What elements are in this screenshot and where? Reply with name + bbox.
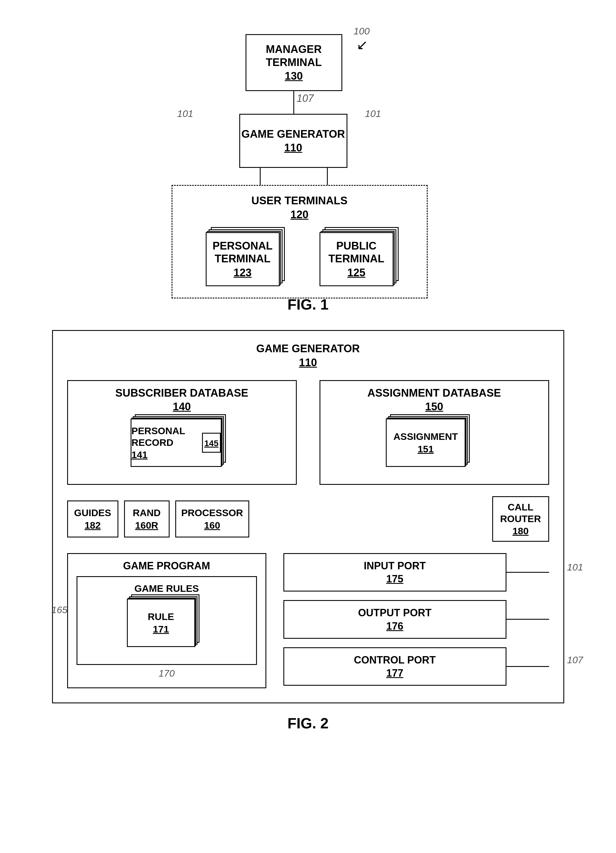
fig2-gg-num: 110 bbox=[67, 357, 549, 369]
assignment-db-outer: ASSIGNMENT DATABASE 150 ASSIGNMENT 151 bbox=[320, 380, 549, 485]
ports-section: 101 107 INPUT PORT 175 bbox=[284, 553, 549, 688]
fig2-outer-box: GAME GENERATOR 110 SUBSCRIBER DATABASE 1… bbox=[52, 330, 564, 703]
input-port-line bbox=[507, 572, 549, 573]
fig2-caption: FIG. 2 bbox=[287, 715, 328, 732]
input-port-row: INPUT PORT 175 bbox=[284, 553, 549, 592]
control-port-line bbox=[507, 666, 549, 667]
fig2-gg-title: GAME GENERATOR bbox=[67, 342, 549, 355]
page: 100 ↙ MANAGER TERMINAL 130 107 101 bbox=[0, 0, 616, 749]
public-terminal: PUBLIC TERMINAL 125 bbox=[320, 232, 393, 286]
line-gg-right bbox=[327, 168, 328, 185]
ref-170: 170 bbox=[77, 668, 257, 679]
assignment-box: ASSIGNMENT 151 bbox=[386, 419, 466, 467]
user-terminals-dashed: USER TERMINALS 120 PERSONAL TERMINAL bbox=[171, 185, 428, 299]
rule-box: RULE 171 bbox=[127, 599, 195, 647]
output-port-box: OUTPUT PORT 176 bbox=[284, 600, 507, 639]
rule-stack: RULE 171 bbox=[127, 599, 206, 656]
game-generator-box: GAME GENERATOR 110 bbox=[239, 114, 347, 168]
control-port-box: CONTROL PORT 177 bbox=[284, 647, 507, 686]
rand-box: RAND 160R bbox=[124, 501, 170, 537]
manager-terminal-num: 130 bbox=[285, 70, 303, 82]
control-port-row: CONTROL PORT 177 bbox=[284, 647, 549, 686]
assignment-db-label: ASSIGNMENT DATABASE 150 bbox=[329, 387, 540, 413]
fig1-container: 100 ↙ MANAGER TERMINAL 130 107 101 bbox=[23, 17, 593, 313]
input-port-box: INPUT PORT 175 bbox=[284, 553, 507, 592]
fig2-section: GAME GENERATOR 110 SUBSCRIBER DATABASE 1… bbox=[23, 330, 593, 732]
fig2-middle-row: GUIDES 182 RAND 160R PROCESSOR 160 CALL bbox=[67, 496, 549, 542]
personal-record-stack: PERSONAL RECORD 141 145 bbox=[130, 419, 233, 475]
processor-box: PROCESSOR 160 bbox=[175, 501, 249, 537]
ref-100: 100 ↙ bbox=[354, 26, 370, 53]
subscriber-db-outer: SUBSCRIBER DATABASE 140 PERSONAL RECORD bbox=[67, 380, 297, 485]
call-router-box: CALL ROUTER 180 bbox=[492, 496, 549, 542]
guides-box: GUIDES 182 bbox=[67, 501, 118, 537]
manager-terminal-title-line2: TERMINAL bbox=[266, 56, 322, 69]
output-port-row: OUTPUT PORT 176 bbox=[284, 600, 549, 639]
ref-107: 107 bbox=[297, 93, 314, 105]
game-program-outer: GAME PROGRAM GAME RULES R bbox=[67, 553, 266, 688]
manager-terminal-title-line1: MANAGER bbox=[266, 43, 322, 56]
line-gg-left bbox=[260, 168, 261, 185]
line-mt-gg bbox=[293, 91, 294, 114]
ref-101-right: 101 bbox=[365, 108, 381, 119]
fig2-title-area: GAME GENERATOR 110 bbox=[67, 342, 549, 369]
user-terminals-row: PERSONAL TERMINAL 123 PUBLIC bbox=[206, 226, 393, 286]
game-generator-num: 110 bbox=[284, 142, 302, 154]
game-rules-title: GAME RULES bbox=[86, 583, 247, 594]
output-port-line bbox=[507, 619, 549, 620]
personal-terminal: PERSONAL TERMINAL 123 bbox=[206, 232, 280, 286]
ref-165: 165 bbox=[52, 604, 68, 615]
game-program-title: GAME PROGRAM bbox=[77, 560, 257, 572]
personal-record-145: 145 bbox=[202, 433, 221, 453]
manager-terminal: MANAGER TERMINAL 130 bbox=[246, 34, 342, 91]
game-generator: GAME GENERATOR 110 bbox=[239, 114, 347, 168]
public-terminal-stack: PUBLIC TERMINAL 125 bbox=[320, 232, 393, 286]
assignment-stack: ASSIGNMENT 151 bbox=[386, 419, 482, 475]
personal-record-box: PERSONAL RECORD 141 145 bbox=[130, 419, 222, 467]
game-generator-title-line1: GAME GENERATOR bbox=[241, 128, 345, 141]
manager-terminal-box: MANAGER TERMINAL 130 bbox=[246, 34, 342, 91]
ref-107-fig2: 107 bbox=[567, 654, 583, 665]
game-rules-box: GAME RULES RULE 171 bbox=[77, 576, 257, 665]
subscriber-db-label: SUBSCRIBER DATABASE 140 bbox=[77, 387, 287, 413]
fig2-top-row: SUBSCRIBER DATABASE 140 PERSONAL RECORD bbox=[67, 380, 549, 485]
ref-101-fig2: 101 bbox=[567, 562, 583, 573]
fig2-bottom-row: 165 GAME PROGRAM GAME RULES bbox=[67, 553, 549, 688]
ref-101-left: 101 bbox=[177, 108, 193, 119]
personal-terminal-stack: PERSONAL TERMINAL 123 bbox=[206, 232, 280, 286]
user-terminals-label: USER TERMINALS 120 bbox=[252, 194, 348, 221]
user-terminals-region: USER TERMINALS 120 PERSONAL TERMINAL bbox=[171, 185, 428, 299]
fig1-caption: FIG. 1 bbox=[287, 296, 328, 313]
